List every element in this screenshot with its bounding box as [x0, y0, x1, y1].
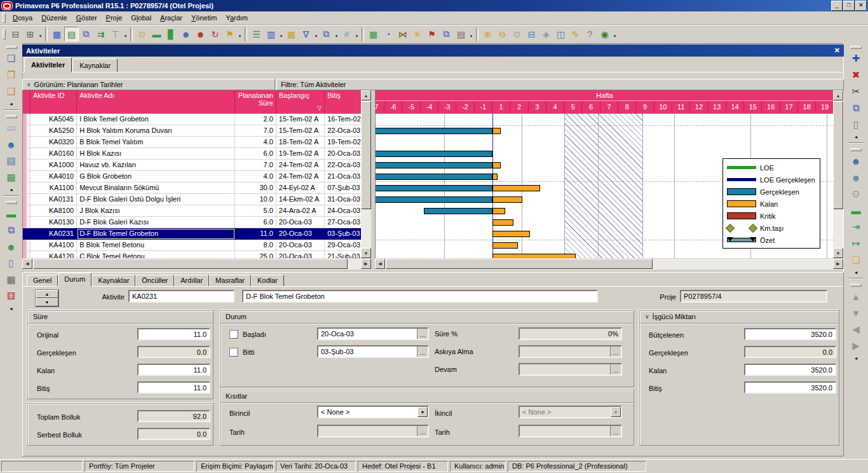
close-button[interactable]: ✕	[855, 1, 867, 11]
collapse-icon[interactable]: ◂	[3, 100, 20, 107]
gantt-bar-remaining[interactable]	[492, 162, 501, 168]
scroll-up-icon[interactable]: ▲	[833, 90, 843, 100]
previous-activity-icon[interactable]: ▲	[36, 290, 58, 298]
timescale-weeks[interactable]: -7-6-5-4-3-2-112345678910111213141516171…	[376, 101, 833, 114]
gantt-bar-remaining[interactable]	[492, 208, 505, 214]
activity-id-field[interactable]	[128, 290, 234, 303]
menu-proje[interactable]: Proje	[102, 13, 127, 23]
gantt-bar-actual[interactable]	[375, 185, 492, 191]
wp-docs-icon[interactable]: ▯	[3, 255, 20, 271]
details-tab-öncüller[interactable]: Öncüller	[135, 275, 174, 287]
details-tab-masraflar[interactable]: Masraflar	[209, 275, 251, 287]
gantt-bar-remaining[interactable]	[492, 242, 518, 249]
open-project-icon[interactable]: ❐	[3, 67, 20, 83]
field-kalan[interactable]	[137, 364, 210, 376]
dropdown-caret-icon[interactable]: ▾	[313, 27, 319, 41]
details-tab-kaynaklar[interactable]: Kaynaklar	[92, 275, 135, 287]
wbs-boxes-icon[interactable]: ⧉	[3, 222, 20, 238]
gantt-bar-actual[interactable]	[375, 196, 492, 203]
table-row[interactable]: KA0131D-F Blok Galeri Üstü Dolgu İşleri1…	[23, 194, 361, 205]
progress-spotlight-icon[interactable]: ✳	[410, 27, 424, 41]
chevron-down-icon[interactable]	[417, 407, 428, 417]
delete-icon[interactable]: ✖	[848, 67, 864, 83]
constraint-date-field[interactable]	[317, 425, 429, 437]
copy-icon[interactable]: ⧉	[848, 100, 864, 116]
print-icon[interactable]: ⊟	[8, 27, 23, 41]
date-picker-icon[interactable]	[610, 426, 621, 436]
activities-icon[interactable]: ▬	[3, 205, 20, 222]
assign-predecessor-icon[interactable]: ⇥	[848, 219, 864, 235]
reschedule-icon[interactable]: ↻	[208, 27, 222, 41]
filter-icon[interactable]: ∇	[299, 27, 313, 41]
paste-icon[interactable]: ▯	[848, 116, 864, 133]
menu-araçlar[interactable]: Araçlar	[156, 13, 187, 23]
menu-düzenle[interactable]: Düzenle	[37, 13, 71, 23]
menu-dosya[interactable]: Dosya	[8, 13, 37, 23]
view-options-bar[interactable]: ∨ Görünüm: Planlanan Tarihler	[22, 79, 275, 90]
menu-göster[interactable]: Göster	[72, 13, 102, 23]
move-down-icon[interactable]: ▼	[848, 305, 864, 321]
collapse-icon[interactable]: ◂	[3, 186, 20, 193]
zoom-window-icon[interactable]: ⊙	[510, 27, 524, 41]
gantt-bar-actual[interactable]	[375, 174, 492, 180]
move-left-icon[interactable]: ◀	[848, 321, 864, 338]
activity-network-icon[interactable]: ⋈	[395, 27, 410, 41]
zoom-in-icon[interactable]: ⊕	[480, 27, 495, 41]
column-header[interactable]: Aktivite ID	[31, 90, 77, 114]
table-row[interactable]: KA5250H Blok Yalıtım Koruma Duvarı7.015-…	[23, 125, 361, 137]
assign-code-icon[interactable]: ▬	[848, 202, 864, 219]
details-tab-kodlar[interactable]: Kodlar	[251, 275, 284, 287]
layout-icon[interactable]: ⧉	[319, 27, 334, 41]
dropdown-caret-icon[interactable]: ▾	[123, 27, 128, 41]
field-bütçelenen[interactable]	[744, 328, 836, 340]
scroll-left-icon[interactable]: ◀	[375, 259, 385, 269]
gantt-bar-actual[interactable]	[375, 151, 492, 157]
horizontal-split-icon[interactable]: ⊟	[524, 27, 539, 41]
table-row[interactable]: KA8100J Blok Kazısı5.024-Ara-02 A24-Oca-…	[23, 205, 361, 217]
started-date-field[interactable]: 20-Oca-03	[317, 327, 429, 340]
tracking-icon[interactable]: ▦	[3, 169, 20, 186]
suspend-date-field[interactable]	[519, 345, 622, 358]
table-row[interactable]: KA4010G Blok Grobeton4.024-Tem-02 A21-Oc…	[23, 171, 361, 182]
gantt-bar-remaining[interactable]	[492, 219, 513, 226]
field-kalan[interactable]	[744, 364, 836, 376]
collapse-icon[interactable]: ◂	[848, 354, 864, 362]
move-up-icon[interactable]: ▲	[848, 288, 864, 305]
column-header[interactable]: Başlangıç▽	[276, 90, 325, 114]
gantt-bar-actual[interactable]	[375, 128, 492, 134]
table-view-icon[interactable]: ▦	[50, 27, 64, 41]
maximize-button[interactable]: □	[843, 1, 855, 11]
collapse-icon[interactable]: ◂	[3, 305, 20, 312]
menu-yönetim[interactable]: Yönetim	[187, 13, 221, 23]
scroll-right-icon[interactable]: ▶	[361, 259, 371, 269]
started-checkbox[interactable]	[229, 330, 239, 339]
dropdown-caret-icon[interactable]: ▾	[334, 27, 339, 41]
resources-icon[interactable]: ☻	[3, 136, 20, 153]
date-picker-icon[interactable]	[610, 346, 621, 357]
table-row[interactable]: KA5045I Blok Temel Grobeton2.015-Tem-02 …	[23, 114, 361, 125]
expenses-icon[interactable]: ▦	[3, 271, 20, 288]
risks-icon[interactable]: ⚅	[3, 288, 20, 305]
scroll-down-icon[interactable]: ▼	[833, 248, 843, 258]
new-project-icon[interactable]: ❏	[3, 50, 20, 67]
next-activity-icon[interactable]: ▼	[36, 298, 58, 306]
dropdown-caret-icon[interactable]: ▾	[354, 27, 360, 41]
scroll-thumb[interactable]	[33, 259, 348, 269]
resource-usage-icon[interactable]: ▦	[366, 27, 381, 41]
details-tab-ardıllar[interactable]: Ardıllar	[174, 275, 209, 287]
timescale-title[interactable]: Hafta	[376, 90, 833, 101]
union-icon[interactable]: ⧉	[439, 27, 454, 41]
gantt-vertical-scrollbar[interactable]: ▲ ▼	[833, 90, 843, 258]
gantt-bar-actual[interactable]	[375, 162, 492, 168]
print-preview-icon[interactable]: ⊞	[23, 27, 37, 41]
assign-resource-icon[interactable]: ☻	[848, 153, 864, 169]
gantt-bar-remaining[interactable]	[492, 174, 498, 180]
assign-by-role-icon[interactable]: ☻	[848, 169, 864, 186]
table-header[interactable]: Aktivite IDAktivite AdıPlanalanan SüreBa…	[23, 90, 361, 114]
date-picker-icon[interactable]	[417, 346, 428, 357]
menu-global[interactable]: Global	[126, 13, 156, 23]
column-header[interactable]: Planalanan Süre	[235, 90, 276, 114]
scroll-down-icon[interactable]: ▼	[361, 248, 371, 258]
resume-date-field[interactable]	[519, 363, 622, 376]
field-orijinal[interactable]	[137, 328, 210, 340]
